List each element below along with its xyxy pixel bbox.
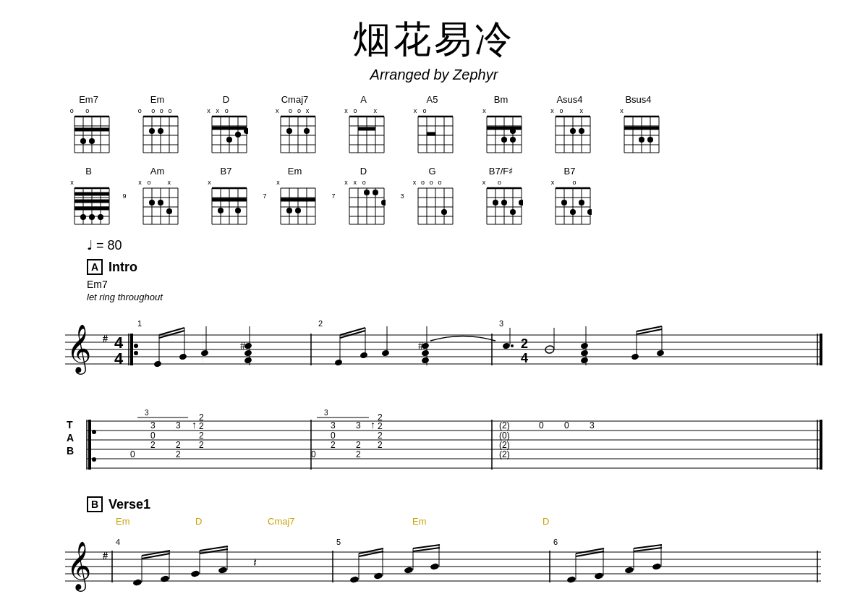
svg-point-276 [631, 353, 639, 360]
svg-point-125 [89, 214, 95, 220]
svg-text:2: 2 [521, 336, 528, 351]
svg-text:0: 0 [331, 431, 336, 441]
svg-point-230 [134, 344, 138, 348]
svg-point-234 [153, 360, 162, 368]
chord-em: Em oooo [127, 94, 188, 155]
staff-svg-intro: 𝄞 # 4 4 1 [43, 306, 825, 400]
svg-text:𝄞: 𝄞 [67, 541, 91, 592]
svg-text:3: 3 [590, 420, 595, 431]
chord-b: B x [58, 166, 119, 226]
svg-text:3: 3 [331, 420, 336, 431]
chord-d: D xxo [195, 94, 257, 155]
svg-point-140 [166, 208, 172, 214]
svg-text:A: A [67, 432, 74, 444]
svg-point-165 [286, 208, 292, 213]
svg-text:T: T [67, 419, 73, 431]
verse-chord-em1: Em [116, 516, 195, 527]
svg-text:3: 3 [356, 420, 361, 431]
svg-point-273 [580, 349, 589, 357]
svg-text:3: 3 [145, 409, 149, 417]
svg-point-295 [92, 457, 96, 462]
chord-cmaj7: Cmaj7 xoox [264, 94, 326, 155]
svg-point-365 [404, 567, 414, 575]
svg-point-274 [580, 357, 589, 364]
svg-text:(2): (2) [499, 420, 510, 431]
svg-point-240 [200, 349, 209, 357]
svg-point-37 [235, 132, 241, 137]
svg-text:4: 4 [521, 351, 528, 365]
staff-notation-verse: 𝄞 # 4 [43, 530, 825, 598]
staff-svg-verse: 𝄞 # 4 [43, 530, 825, 595]
svg-point-215 [561, 200, 567, 205]
svg-text:(2): (2) [499, 440, 510, 450]
svg-point-383 [652, 563, 662, 571]
svg-text:2: 2 [176, 449, 181, 459]
svg-text:4: 4 [114, 349, 124, 368]
svg-text:(0): (0) [499, 431, 510, 441]
svg-text:#: # [103, 334, 108, 344]
svg-point-265 [511, 344, 514, 347]
verse-chord-em2: Em [412, 516, 542, 527]
let-ring-text: let ring throughout [87, 292, 825, 302]
page: 烟花易冷 Arranged by Zephyr Em7 oo [0, 0, 868, 602]
chord-em7: Em7 oo [58, 94, 119, 155]
svg-point-86 [510, 128, 516, 134]
svg-text:↑: ↑ [192, 419, 197, 431]
svg-point-178 [373, 190, 378, 195]
chord-d-row2: D xxo 7 [333, 166, 394, 226]
svg-text:0: 0 [564, 420, 569, 431]
svg-point-278 [656, 349, 665, 357]
svg-text:𝄞: 𝄞 [67, 324, 91, 375]
svg-point-363 [373, 572, 383, 580]
svg-text:2: 2 [331, 440, 336, 450]
svg-text:0: 0 [311, 449, 316, 459]
svg-text:3: 3 [176, 420, 181, 431]
tempo-marking: ♩ = 80 [87, 237, 825, 253]
svg-point-111 [647, 137, 653, 143]
svg-text:(2): (2) [499, 449, 510, 459]
svg-text:↑: ↑ [370, 419, 375, 431]
svg-text:0: 0 [539, 420, 544, 431]
svg-point-166 [295, 208, 301, 213]
svg-point-201 [493, 200, 498, 205]
svg-text:2: 2 [356, 449, 361, 459]
staff-notation-intro: 𝄞 # 4 4 1 [43, 306, 825, 403]
svg-point-84 [501, 137, 507, 143]
svg-point-11 [80, 138, 86, 144]
chord-b7: B7 x [195, 166, 257, 226]
svg-text:2: 2 [176, 440, 181, 450]
svg-point-97 [570, 128, 576, 134]
chord-g: G xooo 3 [401, 166, 463, 226]
svg-point-373 [566, 576, 576, 584]
section-a-box: A [87, 259, 103, 275]
svg-point-350 [190, 570, 200, 578]
title-section: 烟花易冷 Arranged by Zephyr [43, 14, 825, 83]
svg-text:B: B [67, 445, 74, 457]
section-b-box: B [87, 496, 103, 512]
svg-point-23 [149, 128, 155, 134]
svg-point-36 [226, 137, 232, 143]
svg-point-127 [98, 214, 103, 220]
svg-point-24 [158, 128, 163, 134]
svg-text:2: 2 [199, 440, 204, 450]
svg-point-264 [502, 342, 511, 349]
tab-svg-intro: T A B 3 3 3 0 2 2 0 2 [43, 407, 825, 479]
svg-point-231 [134, 351, 138, 355]
section-b: B Verse1 Em D Cmaj7 Em D 𝄞 # [43, 496, 825, 598]
chord-bm: Bm x [470, 94, 532, 155]
chord-am: Am xox 9 [127, 166, 188, 226]
svg-point-139 [158, 200, 163, 205]
chord-diagrams-row1: Em7 oo [43, 94, 825, 155]
svg-point-138 [149, 200, 155, 205]
svg-point-126 [80, 214, 86, 220]
svg-point-153 [235, 208, 241, 213]
verse-chord-d1: D [195, 516, 268, 527]
svg-text:2: 2 [318, 319, 323, 328]
intro-chord-label: Em7 [87, 279, 825, 290]
chord-em-row2: Em x 7 [264, 166, 326, 226]
svg-point-236 [179, 353, 187, 360]
svg-text:2: 2 [199, 421, 204, 431]
svg-text:3: 3 [150, 420, 156, 431]
svg-point-50 [304, 128, 310, 134]
svg-text:6: 6 [553, 538, 558, 546]
